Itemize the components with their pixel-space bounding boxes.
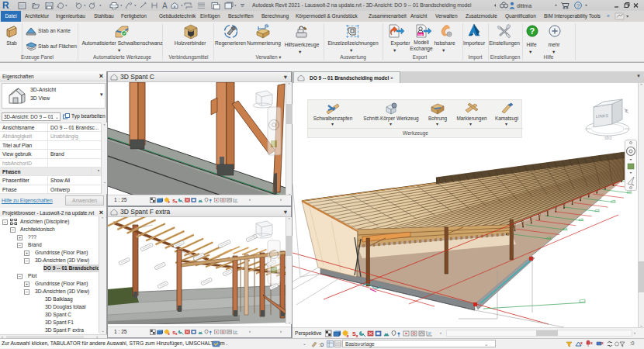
svg-text:x: x [347, 333, 350, 338]
svg-text:SÜD: SÜD [604, 136, 612, 140]
svg-text:A: A [162, 2, 168, 10]
svg-text:x: x [168, 332, 170, 336]
svg-text:?: ? [530, 26, 535, 36]
svg-text:x: x [580, 340, 583, 345]
svg-text:x: x [356, 333, 359, 338]
svg-text:x: x [601, 340, 604, 345]
svg-text:#: # [266, 24, 269, 29]
svg-text:dittma: dittma [517, 3, 531, 9]
svg-text:x: x [175, 332, 178, 336]
svg-text:x: x [590, 340, 593, 345]
svg-text:?: ? [576, 2, 580, 9]
svg-text::0: :0 [319, 341, 324, 348]
svg-text:hsb: hsb [418, 33, 423, 36]
svg-text:x: x [168, 200, 170, 204]
svg-text:LINKS: LINKS [596, 113, 609, 119]
svg-text:x: x [175, 200, 178, 204]
